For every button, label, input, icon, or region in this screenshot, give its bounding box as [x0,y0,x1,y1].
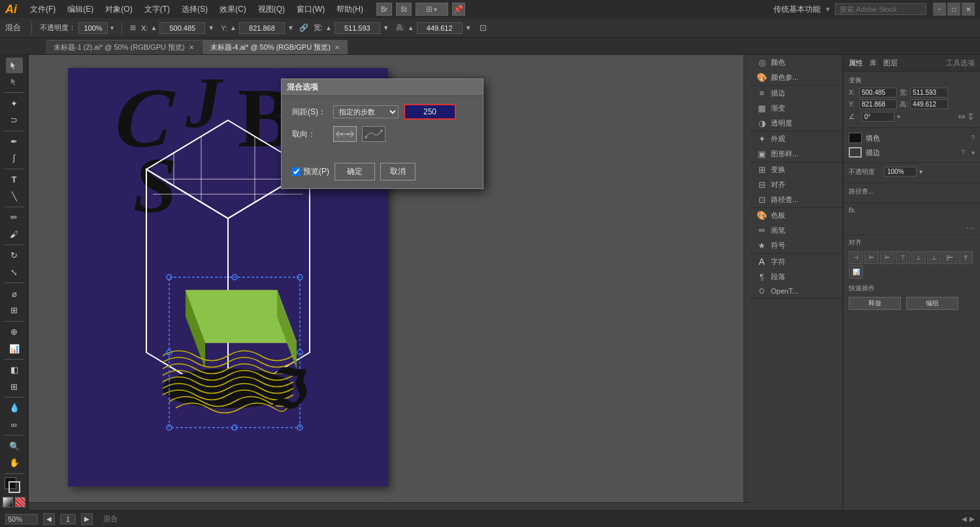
h-input[interactable] [417,22,463,34]
chart-tool[interactable]: 📊 [6,341,23,356]
stock-icon[interactable]: St [396,3,412,16]
menu-view[interactable]: 视图(Q) [253,3,290,16]
paragraph-panel-item[interactable]: ¶ 段落 [751,269,842,284]
distribute-h-btn[interactable]: |⊢ [943,251,957,264]
fill-item[interactable]: 填色 ? [849,131,975,145]
search-input[interactable] [835,3,926,15]
zoom-input[interactable] [5,514,38,524]
bridge-icon[interactable]: Br [376,3,392,16]
maximize-button[interactable]: □ [947,3,960,16]
transform-icon[interactable]: ⊡ [480,23,487,33]
align-center-v-btn[interactable]: ⊥ [911,251,926,264]
x-arrow-up[interactable]: ▲ [150,24,157,31]
align-panel-item[interactable]: ⊟ 对齐 [751,177,842,192]
w-input[interactable] [335,22,380,34]
w-arrow-up[interactable]: ▲ [325,24,332,31]
gradient-tool[interactable]: ◧ [6,362,23,378]
angle-input[interactable] [862,112,894,122]
ok-button[interactable]: 确定 [335,163,375,180]
menu-window[interactable]: 窗口(W) [291,3,330,16]
fill-color-swatch[interactable] [849,133,862,143]
direction-align-icon[interactable] [333,126,357,142]
fx-label[interactable]: fx. [849,206,857,214]
none-swatch[interactable] [15,497,25,507]
spacing-value-input[interactable] [404,104,456,120]
menu-select[interactable]: 选择(S) [176,3,213,16]
props-tab-layers[interactable]: 图层 [883,58,898,68]
props-tab-properties[interactable]: 属性 [849,58,863,68]
pin-icon[interactable]: 📌 [452,3,465,16]
prev-page-btn[interactable]: ◀ [43,513,55,525]
gradient-panel-item[interactable]: ▦ 渐变 [751,101,842,116]
opacity-arrow[interactable]: ▾ [110,24,114,31]
more-button[interactable]: … [966,220,975,231]
scroll-right-btn[interactable]: ▶ [970,515,975,522]
brushes-panel-item[interactable]: ✏ 画笔 [751,223,842,238]
opentype-panel-item[interactable]: O OpenT... [751,284,842,298]
character-panel-item[interactable]: A 字符 [751,254,842,269]
x-prop-input[interactable] [859,88,897,97]
release-button[interactable]: 释放 [849,297,901,310]
tab-1[interactable]: 未标题-1 (2).ai* @ 50% (RGB/GPU 预览) ✕ [46,40,203,54]
pencil-tool[interactable]: ✏ [6,210,23,226]
chart-icon-btn[interactable]: 📊 [849,265,863,279]
flip-v-icon[interactable]: ⇕ [967,111,975,122]
angle-arrow[interactable]: ▾ [897,113,900,120]
lasso-tool[interactable]: ⊃ [6,112,23,128]
curvature-tool[interactable]: ∫ [6,150,23,166]
w-prop-input[interactable] [910,88,948,97]
x-arrow-down[interactable]: ▼ [208,24,214,31]
distribute-v-btn[interactable]: T [958,251,973,264]
h-prop-input[interactable] [910,99,948,109]
tab-1-close[interactable]: ✕ [189,44,194,51]
text-tool[interactable]: T [6,172,23,188]
tab-2-close[interactable]: ✕ [335,44,340,51]
stroke-arrow[interactable]: ▾ [972,149,975,156]
close-button[interactable]: ✕ [962,3,975,16]
scale-tool[interactable]: ⤡ [6,265,23,280]
color-params-item[interactable]: 🎨 颜色参... [751,70,842,85]
x-input[interactable] [159,22,205,34]
mesh-tool[interactable]: ⊞ [6,379,23,394]
shape-builder-tool[interactable]: ⊕ [6,324,23,340]
align-left-btn[interactable]: ⊣ [849,251,863,264]
group-button[interactable]: 编组 [906,297,958,310]
opacity-input[interactable] [78,22,108,34]
y-arrow-down[interactable]: ▼ [287,24,294,31]
stroke-color-swatch[interactable] [849,147,862,158]
brush-tool[interactable]: 🖌 [6,227,23,243]
workspace-arrow[interactable]: ▾ [826,5,830,14]
blend-tool[interactable]: ∞ [6,417,23,433]
symbols-panel-item[interactable]: ★ 符号 [751,238,842,253]
transparency-panel-item[interactable]: ◑ 透明度 [751,116,842,131]
h-arrow-up[interactable]: ▲ [408,24,414,31]
hand-tool[interactable]: ✋ [6,455,23,471]
y-prop-input[interactable] [859,99,897,109]
line-tool[interactable]: ╲ [6,188,23,204]
minimize-button[interactable]: － [933,3,946,16]
preview-checkbox[interactable] [292,167,301,176]
w-arrow-down[interactable]: ▼ [383,24,389,31]
opacity-section-input[interactable] [884,167,917,177]
magic-wand-tool[interactable]: ✦ [6,95,23,111]
menu-effect[interactable]: 效果(C) [214,3,252,16]
stroke-box[interactable] [8,481,20,493]
menu-file[interactable]: 文件(F) [25,3,61,16]
cancel-button[interactable]: 取消 [380,163,416,180]
direction-path-icon[interactable] [362,126,385,142]
flip-h-icon[interactable]: ⇔ [958,111,966,122]
h-arrow-down[interactable]: ▼ [465,24,472,31]
eyedropper-tool[interactable]: 💧 [6,400,23,416]
direct-selection-tool[interactable] [6,75,23,90]
align-bottom-btn[interactable]: ⊥ [927,251,941,264]
pathfinder-panel-item[interactable]: ⊡ 路径查... [751,192,842,207]
horizontal-scrollbar[interactable] [29,502,751,510]
color-panel-item[interactable]: ◎ 颜色 [751,55,842,70]
rotate-tool[interactable]: ↻ [6,248,23,264]
vertical-scrollbar[interactable] [743,55,751,510]
align-center-h-btn[interactable]: ⊢ [864,251,879,264]
align-right-btn[interactable]: ⊢ [880,251,894,264]
transform-panel-item[interactable]: ⊞ 变换 [751,162,842,177]
menu-object[interactable]: 对象(O) [100,3,137,16]
stroke-item[interactable]: 描边 ? ▾ [849,145,975,160]
